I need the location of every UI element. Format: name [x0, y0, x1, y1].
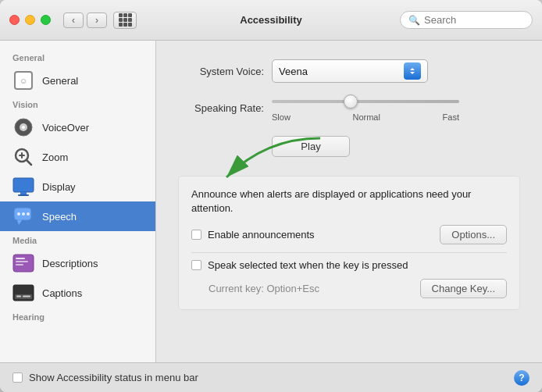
- announce-text: Announce when alerts are displayed or ap…: [191, 187, 507, 216]
- svg-line-4: [27, 160, 31, 165]
- sidebar-item-speech[interactable]: Speech: [0, 201, 155, 231]
- enable-announcements-row: Enable announcements Options...: [191, 225, 507, 244]
- system-voice-value: Veena: [279, 66, 401, 77]
- svg-rect-18: [16, 264, 23, 265]
- speaking-rate-label: Speaking Rate:: [178, 102, 264, 114]
- sidebar-item-label-zoom: Zoom: [42, 151, 68, 163]
- svg-rect-21: [16, 296, 21, 298]
- speak-text-label: Speak selected text when the key is pres…: [208, 259, 507, 271]
- slider-labels: Slow Normal Fast: [272, 112, 459, 122]
- speak-text-checkbox[interactable]: [191, 260, 201, 270]
- svg-rect-15: [13, 255, 34, 272]
- sidebar-item-label-general: General: [42, 75, 78, 87]
- forward-button[interactable]: ›: [87, 12, 107, 28]
- close-button[interactable]: [9, 15, 20, 25]
- maximize-button[interactable]: [41, 15, 51, 25]
- slider-label-normal: Normal: [352, 112, 380, 122]
- system-voice-select[interactable]: Veena: [272, 59, 428, 83]
- enable-announcements-checkbox[interactable]: [191, 230, 201, 240]
- grid-icon: [119, 13, 132, 27]
- help-button[interactable]: ?: [514, 370, 530, 386]
- section-label-hearing: Hearing: [0, 308, 155, 325]
- sidebar-item-display[interactable]: Display: [0, 172, 155, 201]
- svg-rect-7: [13, 178, 34, 192]
- sidebar-item-descriptions[interactable]: Descriptions: [0, 248, 155, 278]
- main-panel: System Voice: Veena Speaking Rate:: [156, 41, 542, 362]
- svg-point-14: [27, 212, 30, 216]
- sidebar-item-label-descriptions: Descriptions: [42, 258, 98, 269]
- accessibility-window: ‹ › Accessibility 🔍 General ☺ General: [0, 0, 542, 392]
- play-button[interactable]: Play: [272, 136, 350, 157]
- accessibility-status-label: Show Accessibility status in menu bar: [29, 372, 198, 383]
- sidebar-item-zoom[interactable]: Zoom: [0, 142, 155, 172]
- svg-point-13: [22, 212, 25, 216]
- slider-label-slow: Slow: [272, 112, 291, 122]
- descriptions-icon: [12, 252, 34, 274]
- sidebar-item-captions[interactable]: Captions: [0, 278, 155, 308]
- zoom-icon: [12, 146, 34, 168]
- speaking-rate-row: Speaking Rate: Slow Normal Fast: [178, 94, 520, 122]
- svg-rect-22: [23, 296, 30, 298]
- svg-rect-16: [16, 258, 25, 259]
- back-button[interactable]: ‹: [63, 12, 84, 28]
- titlebar: ‹ › Accessibility 🔍: [0, 0, 542, 41]
- slider-thumb[interactable]: [344, 94, 358, 109]
- traffic-lights: [9, 15, 51, 25]
- search-box[interactable]: 🔍: [400, 11, 533, 29]
- window-title: Accessibility: [240, 14, 302, 26]
- grid-button[interactable]: [113, 12, 137, 29]
- enable-announcements-label: Enable announcements: [208, 229, 433, 241]
- voiceover-icon: [12, 116, 34, 138]
- accessibility-status-checkbox[interactable]: [12, 372, 23, 383]
- slider-label-fast: Fast: [443, 112, 459, 122]
- speak-text-row: Speak selected text when the key is pres…: [191, 259, 507, 271]
- options-button[interactable]: Options...: [440, 225, 507, 244]
- svg-rect-9: [18, 194, 29, 196]
- system-voice-row: System Voice: Veena: [178, 59, 520, 83]
- svg-marker-11: [17, 220, 22, 225]
- select-arrow-icon: [404, 62, 421, 80]
- bottom-bar: Show Accessibility status in menu bar ?: [0, 362, 542, 392]
- svg-rect-8: [20, 192, 27, 194]
- sidebar-item-label-display: Display: [42, 181, 76, 193]
- divider: [191, 252, 507, 253]
- section-label-general: General: [0, 48, 155, 66]
- speaking-rate-slider[interactable]: [272, 94, 459, 109]
- announce-section: Announce when alerts are displayed or ap…: [178, 176, 520, 310]
- general-icon: ☺: [12, 69, 34, 91]
- svg-point-2: [22, 126, 25, 129]
- display-icon: [12, 176, 34, 198]
- svg-marker-24: [410, 72, 415, 74]
- slider-rail: [272, 100, 459, 103]
- content-area: General ☺ General Vision VoiceOver: [0, 41, 542, 362]
- search-icon: 🔍: [408, 15, 420, 26]
- system-voice-label: System Voice:: [178, 66, 264, 77]
- sidebar-item-general[interactable]: ☺ General: [0, 66, 155, 95]
- section-label-vision: Vision: [0, 95, 155, 112]
- captions-icon: [12, 282, 34, 304]
- section-label-media: Media: [0, 231, 155, 248]
- search-input[interactable]: [424, 14, 524, 26]
- speech-icon: [12, 205, 34, 227]
- current-key-label: Current key: Option+Esc: [209, 283, 319, 294]
- minimize-button[interactable]: [25, 15, 35, 25]
- svg-rect-17: [16, 261, 28, 262]
- svg-point-12: [17, 212, 20, 216]
- sidebar: General ☺ General Vision VoiceOver: [0, 41, 156, 362]
- sidebar-item-voiceover[interactable]: VoiceOver: [0, 112, 155, 142]
- nav-buttons: ‹ ›: [63, 12, 107, 28]
- sidebar-item-label-voiceover: VoiceOver: [42, 122, 89, 134]
- sidebar-item-label-captions: Captions: [42, 287, 82, 299]
- speaking-rate-slider-container: Slow Normal Fast: [272, 94, 459, 122]
- change-key-button[interactable]: Change Key...: [420, 279, 507, 298]
- sidebar-item-label-speech: Speech: [42, 211, 77, 223]
- svg-marker-23: [410, 68, 415, 70]
